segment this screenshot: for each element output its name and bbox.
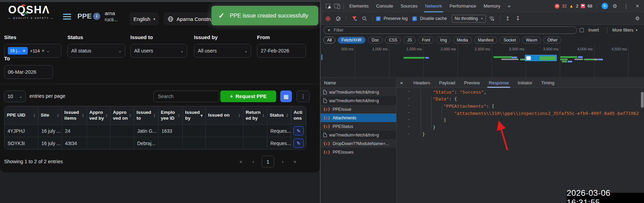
column-header-ppe-uid[interactable]: PPE UID▲▼ bbox=[4, 106, 38, 124]
chip-close-icon[interactable]: ✕ bbox=[23, 49, 26, 53]
import-har-icon[interactable]: ↥ bbox=[503, 14, 512, 23]
pagination-arrow[interactable]: › bbox=[279, 159, 286, 164]
warning-icon[interactable]: ▲ bbox=[569, 3, 574, 9]
more-tabs-icon[interactable]: » bbox=[504, 0, 514, 12]
clear-sites-icon[interactable]: ✕ bbox=[41, 49, 44, 53]
column-header-issued-by[interactable]: Issued by▼ bbox=[183, 106, 206, 124]
sort-desc-icon[interactable]: ▼ bbox=[200, 114, 204, 118]
more-filters-button[interactable]: More filters ▾ bbox=[612, 28, 637, 33]
chip-media[interactable]: Media bbox=[453, 37, 472, 44]
column-header-status[interactable]: Status▲▼ bbox=[267, 106, 291, 124]
edit-button[interactable]: ✎ bbox=[293, 139, 304, 148]
page-number[interactable]: 1 bbox=[262, 156, 274, 168]
issued-by-dropdown[interactable]: All users ⌄ bbox=[194, 44, 251, 58]
tab-memory[interactable]: Memory bbox=[480, 0, 504, 12]
column-header-appro-ved-on[interactable]: Appro ved on▲▼ bbox=[111, 106, 134, 124]
chip-font[interactable]: Font bbox=[418, 37, 434, 44]
tab-elements[interactable]: Elements bbox=[346, 0, 372, 12]
disable-cache-checkbox[interactable]: ✓ bbox=[412, 16, 417, 21]
inspect-element-icon[interactable] bbox=[323, 2, 332, 11]
success-toast[interactable]: ✓ PPE issue created successfully bbox=[211, 6, 318, 25]
info-icon[interactable]: i bbox=[93, 13, 100, 20]
chip-css[interactable]: CSS bbox=[385, 37, 401, 44]
sort-icon[interactable]: ▲▼ bbox=[82, 114, 84, 118]
language-dropdown[interactable]: English ▾ bbox=[129, 12, 159, 25]
request-row-ppeissues[interactable]: {;}PPEIssues bbox=[321, 148, 396, 156]
detail-tab-payload[interactable]: Payload bbox=[435, 78, 460, 88]
chip-manifest[interactable]: Manifest bbox=[474, 37, 497, 44]
kebab-icon[interactable]: ⋮ bbox=[622, 2, 631, 11]
fold-marker[interactable]: - bbox=[408, 88, 410, 94]
settings-gear-icon[interactable]: ⚙ bbox=[610, 2, 619, 11]
request-row-wa-medium-fetch-fmt-g[interactable]: wa/?medium=fetch&fmt=g bbox=[321, 88, 396, 96]
request-row-ppeissue[interactable]: {;}PPEIssue bbox=[321, 105, 396, 114]
close-detail-icon[interactable]: × bbox=[400, 80, 409, 86]
column-header-issued-to[interactable]: Issued to▲▼ bbox=[134, 106, 158, 124]
chip-doc[interactable]: Doc bbox=[368, 37, 383, 44]
record-icon[interactable] bbox=[323, 14, 332, 23]
site-chip[interactable]: 16 j... ✕ bbox=[8, 47, 28, 55]
column-header-return-ed-by[interactable]: Return ed by▲▼ bbox=[243, 106, 267, 124]
preserve-log-checkbox[interactable]: ✓ bbox=[376, 16, 381, 21]
sort-icon[interactable]: ▲▼ bbox=[153, 114, 156, 118]
throttling-select[interactable]: No throttling ▾ bbox=[452, 15, 486, 23]
chip-js[interactable]: JS bbox=[403, 37, 416, 44]
fold-marker[interactable]: - bbox=[408, 124, 410, 129]
status-dropdown[interactable]: All status ⌄ bbox=[67, 44, 125, 58]
request-row-attachments[interactable]: {;}Attachments bbox=[321, 114, 396, 122]
search-icon[interactable] bbox=[360, 14, 369, 23]
tab-performance[interactable]: Performance bbox=[446, 0, 480, 12]
column-header-emplo-yee-id[interactable]: Emplo yee ID▲▼ bbox=[158, 106, 183, 124]
to-date-input[interactable] bbox=[8, 65, 49, 79]
fold-marker[interactable]: - bbox=[408, 96, 410, 101]
sort-icon[interactable]: ▲▼ bbox=[262, 114, 265, 118]
issued-to-dropdown[interactable]: All users ⌄ bbox=[130, 44, 187, 58]
request-row-dropdown-modulename[interactable]: {;}DropDown??ModuleName=... bbox=[321, 139, 396, 148]
sort-icon[interactable]: ▲▼ bbox=[33, 114, 36, 118]
extension-sync-icon[interactable]: ↻ bbox=[602, 3, 608, 9]
view-toggle-button[interactable]: ▦ bbox=[280, 91, 292, 102]
request-row-wa-medium-fetch-fmt-g[interactable]: wa/?medium=fetch&fmt=g bbox=[321, 96, 396, 105]
error-icon[interactable]: ✕ bbox=[555, 4, 559, 9]
close-devtools-icon[interactable]: × bbox=[633, 2, 642, 11]
from-date-input[interactable] bbox=[261, 44, 302, 57]
fold-marker[interactable]: - bbox=[408, 117, 410, 122]
issues-icon[interactable] bbox=[581, 4, 585, 8]
device-toolbar-icon[interactable] bbox=[332, 2, 341, 11]
column-header-acti-ons[interactable]: Acti ons bbox=[291, 106, 306, 124]
invert-checkbox[interactable] bbox=[580, 28, 584, 32]
chip-socket[interactable]: Socket bbox=[500, 37, 520, 44]
sort-icon[interactable]: ▲▼ bbox=[238, 114, 241, 118]
column-header-site[interactable]: Site▲▼ bbox=[38, 106, 62, 124]
detail-tab-preview[interactable]: Preview bbox=[460, 78, 484, 88]
detail-tab-headers[interactable]: Headers bbox=[409, 78, 435, 88]
sort-icon[interactable]: ▲▼ bbox=[178, 114, 180, 118]
request-ppe-button[interactable]: + Request PPE bbox=[220, 91, 276, 102]
menu-icon[interactable] bbox=[63, 14, 71, 21]
network-overview-timeline[interactable]: 500 ms1,000 ms1,500 ms2,000 ms2,500 ms3,… bbox=[321, 45, 644, 77]
sort-icon[interactable]: ▲▼ bbox=[57, 114, 59, 118]
sort-icon[interactable]: ▲▼ bbox=[105, 114, 108, 118]
chip-all[interactable]: All bbox=[323, 37, 335, 44]
fold-marker[interactable]: - bbox=[408, 110, 410, 115]
fold-marker[interactable]: - bbox=[408, 131, 410, 136]
network-conditions-icon[interactable] bbox=[487, 14, 496, 23]
entries-per-page-select[interactable]: 10 ⌄ bbox=[4, 91, 26, 102]
fold-marker[interactable]: - bbox=[408, 103, 410, 108]
pagination-arrow[interactable]: « bbox=[237, 159, 245, 164]
chip-fetch-xhr[interactable]: Fetch/XHR bbox=[338, 37, 365, 44]
chip-img[interactable]: Img bbox=[436, 37, 451, 44]
tab-sources[interactable]: Sources bbox=[397, 0, 422, 12]
column-header-issued-items[interactable]: Issued items▲▼ bbox=[62, 106, 87, 124]
column-header-issued-on[interactable]: Issued on▲▼ bbox=[206, 106, 243, 124]
network-filter-input[interactable]: ▼ Filter bbox=[323, 26, 577, 34]
search-input[interactable] bbox=[153, 91, 220, 102]
detail-tab-response[interactable]: Response bbox=[484, 78, 513, 88]
request-row-ppestatus[interactable]: {;}PPEStatus bbox=[321, 122, 396, 131]
more-options-button[interactable]: ⋮ bbox=[297, 91, 310, 102]
column-header-appro-ved-by[interactable]: Appro ved by▲▼ bbox=[87, 106, 111, 124]
sort-icon[interactable]: ▲▼ bbox=[286, 114, 288, 118]
pagination-arrow[interactable]: » bbox=[291, 159, 299, 164]
chip-wasm[interactable]: Wasm bbox=[522, 37, 541, 44]
request-row-wa-medium-fetch-fmt-g[interactable]: wa/?medium=fetch&fmt=g bbox=[321, 131, 396, 139]
